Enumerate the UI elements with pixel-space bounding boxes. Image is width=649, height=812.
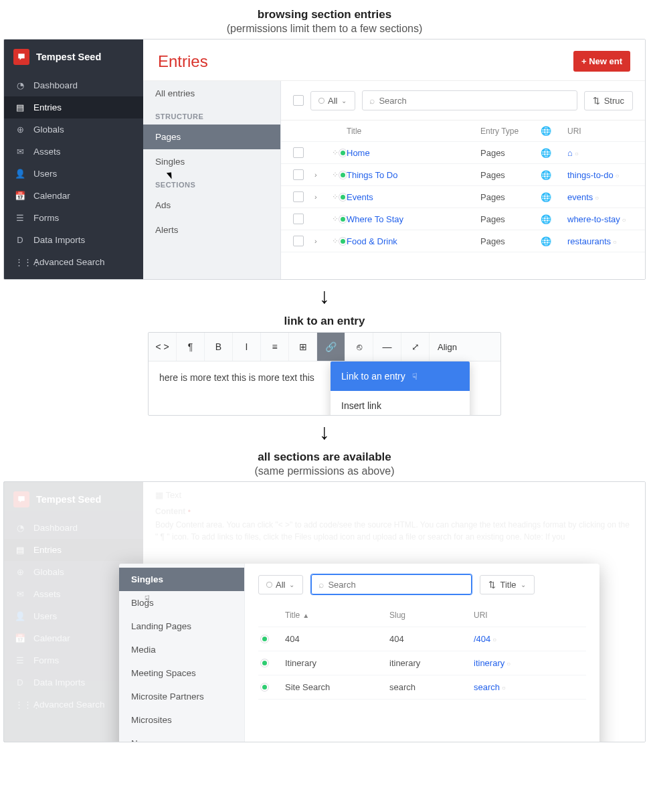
locale-globe-icon[interactable]: 🌐: [541, 170, 567, 180]
locale-globe-icon[interactable]: 🌐: [541, 236, 567, 246]
sidebar-item-entries[interactable]: ▤Entries: [4, 96, 143, 118]
row-checkbox[interactable]: [293, 191, 304, 202]
modal-source-media[interactable]: Media: [119, 638, 244, 661]
modal-status-filter[interactable]: All ⌄: [258, 575, 303, 594]
status-dot-icon: [341, 217, 345, 222]
paragraph-icon[interactable]: ¶: [177, 333, 205, 361]
link-icon[interactable]: 🔗: [317, 333, 345, 361]
dropdown-link-to-entry[interactable]: Link to an entry ☟: [331, 361, 470, 391]
col-type[interactable]: Entry Type: [480, 127, 541, 136]
modal-search-wrap[interactable]: ⌕: [311, 574, 472, 594]
hr-icon[interactable]: —: [373, 333, 401, 361]
sidebar-item-data-imports[interactable]: DData Imports: [4, 229, 143, 251]
search-input-wrap[interactable]: ⌕: [362, 90, 577, 110]
subnav-structure-heading: STRUCTURE: [143, 106, 280, 125]
new-entry-button[interactable]: + New ent: [573, 51, 630, 72]
expand-toggle[interactable]: ›: [314, 193, 332, 201]
entry-uri-link[interactable]: restaurants: [567, 236, 645, 246]
drag-handle-icon[interactable]: ⁘: [332, 236, 347, 246]
col-uri[interactable]: URI: [567, 127, 645, 136]
row-checkbox[interactable]: [293, 169, 304, 180]
entry-uri-link[interactable]: itinerary: [474, 658, 554, 668]
sidebar-item-advanced-search[interactable]: ⋮⋮⋮Advanced Search: [4, 251, 143, 273]
table-icon[interactable]: ⊞: [289, 333, 317, 361]
modal-source-landing-pages[interactable]: Landing Pages: [119, 615, 244, 638]
entry-uri-link[interactable]: where-to-stay: [567, 214, 645, 224]
dropdown-insert-link[interactable]: Insert link: [331, 391, 470, 416]
row-checkbox[interactable]: [293, 147, 304, 158]
entries-toolbar: All ⌄ ⌕ ⇅ Struc: [281, 81, 645, 120]
drag-handle-icon[interactable]: ⁘: [332, 170, 347, 179]
modal-source-microsite-partners[interactable]: Microsite Partners: [119, 685, 244, 708]
drag-handle-icon[interactable]: ⁘: [332, 192, 347, 201]
col-title[interactable]: Title: [347, 127, 480, 136]
sidebar-item-calendar[interactable]: 📅Calendar: [4, 185, 143, 207]
status-filter[interactable]: All ⌄: [310, 91, 355, 110]
row-checkbox[interactable]: [293, 236, 304, 246]
sidebar-item-dashboard[interactable]: ◔Dashboard: [4, 74, 143, 96]
locale-globe-icon[interactable]: 🌐: [541, 214, 567, 224]
drag-handle-icon[interactable]: ⁘: [332, 148, 347, 157]
sidebar-item-users[interactable]: 👤Users: [4, 163, 143, 185]
code-icon[interactable]: < >: [149, 333, 177, 361]
table-row[interactable]: ⁘ Where To StayPages🌐where-to-stayFrida: [281, 208, 645, 230]
table-row[interactable]: ⁘ HomePages🌐⌂9:00: [281, 142, 645, 164]
entry-uri-link[interactable]: events: [567, 192, 645, 202]
row-checkbox[interactable]: [293, 214, 304, 224]
entry-title-link[interactable]: Home: [347, 148, 480, 158]
table-row[interactable]: 404404/404: [258, 627, 586, 651]
modal-sort-button[interactable]: ⇅ Title ⌄: [480, 575, 534, 594]
brand[interactable]: Tempest Seed: [4, 39, 143, 74]
table-row[interactable]: Itineraryitineraryitinerary: [258, 651, 586, 675]
status-dot-icon: [341, 239, 345, 244]
subnav-ads[interactable]: Ads: [143, 193, 280, 218]
bold-icon[interactable]: B: [205, 333, 233, 361]
modal-source-news[interactable]: News: [119, 732, 244, 742]
modal-source-blogs[interactable]: Blogs: [119, 591, 244, 615]
upload-icon[interactable]: ⎋: [345, 333, 373, 361]
fullscreen-icon[interactable]: ⤢: [401, 333, 430, 361]
locale-globe-icon[interactable]: 🌐: [541, 192, 567, 202]
list-icon[interactable]: ≡: [261, 333, 289, 361]
sort-icon: ⇅: [593, 96, 600, 106]
modal-source-microsites[interactable]: Microsites: [119, 708, 244, 732]
align-button[interactable]: Align: [430, 333, 465, 361]
sort-button[interactable]: ⇅ Struc: [584, 91, 633, 110]
subnav-all-entries[interactable]: All entries: [143, 81, 280, 106]
sidebar-item-globals[interactable]: ⊕Globals: [4, 118, 143, 141]
entry-uri-link[interactable]: ⌂: [567, 148, 645, 158]
editor-body[interactable]: here is more text this is more text this…: [149, 361, 500, 415]
entry-uri-link[interactable]: things-to-do: [567, 170, 645, 180]
table-row[interactable]: Site Searchsearchsearch: [258, 675, 586, 700]
subnav-alerts[interactable]: Alerts: [143, 218, 280, 242]
search-input[interactable]: [379, 96, 569, 106]
subnav-pages[interactable]: Pages: [143, 125, 280, 149]
col-locale-icon[interactable]: 🌐: [541, 126, 567, 136]
sidebar-item-assets[interactable]: ✉Assets: [4, 141, 143, 163]
modal-search-input[interactable]: [328, 580, 464, 590]
entry-uri-link[interactable]: search: [474, 682, 554, 692]
entry-title-link[interactable]: Food & Drink: [347, 236, 480, 246]
sidebar-item-forms[interactable]: ☰Forms: [4, 207, 143, 229]
table-row[interactable]: ›⁘ Things To DoPages🌐things-to-doThur: [281, 164, 645, 186]
modal-source-meeting-spaces[interactable]: Meeting Spaces: [119, 661, 244, 685]
entry-uri-link[interactable]: /404: [474, 634, 554, 644]
modal-source-singles[interactable]: Singles: [119, 568, 244, 591]
locale-globe-icon[interactable]: 🌐: [541, 148, 567, 158]
mcol-title[interactable]: Title▲: [285, 611, 385, 620]
table-row[interactable]: ›⁘ Food & DrinkPages🌐restaurants3/19: [281, 230, 645, 252]
drag-handle-icon[interactable]: ⁘: [332, 214, 347, 224]
subnav-singles[interactable]: Singles: [143, 149, 280, 174]
expand-toggle[interactable]: ›: [314, 237, 332, 245]
italic-icon[interactable]: I: [233, 333, 261, 361]
mcol-uri[interactable]: URI: [474, 611, 554, 620]
search-icon: ⌕: [369, 95, 375, 106]
expand-toggle[interactable]: ›: [314, 171, 332, 179]
modal-toolbar: All ⌄ ⌕ ⇅ Title ⌄: [258, 574, 586, 594]
table-row[interactable]: ›⁘ EventsPages🌐eventsFrida: [281, 186, 645, 208]
select-all-checkbox[interactable]: [293, 95, 304, 106]
mcol-slug[interactable]: Slug: [389, 611, 470, 620]
entry-title-link[interactable]: Where To Stay: [347, 214, 480, 224]
entry-title-link[interactable]: Things To Do: [347, 170, 480, 180]
entry-title-link[interactable]: Events: [347, 192, 480, 202]
